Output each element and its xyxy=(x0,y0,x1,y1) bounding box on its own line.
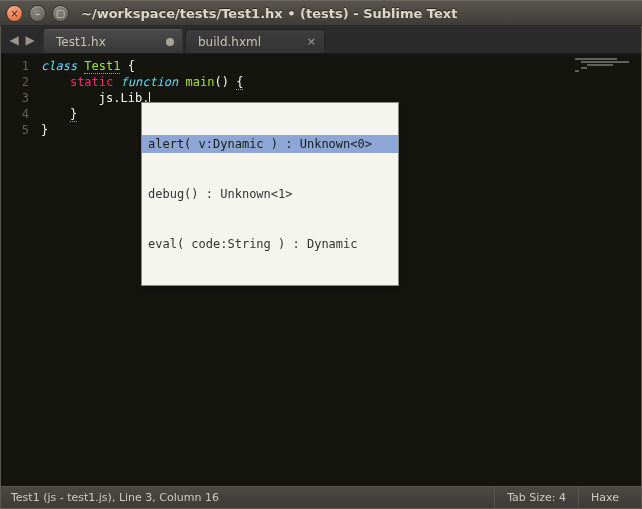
keyword-static: static xyxy=(70,75,113,89)
line-number: 2 xyxy=(1,74,29,90)
autocomplete-item[interactable]: alert( v:Dynamic ) : Unknown<0> xyxy=(142,135,398,153)
tab-build-hxml[interactable]: build.hxml × xyxy=(185,29,325,53)
window-close-button[interactable]: × xyxy=(6,5,23,22)
titlebar: × – ▢ ~/workspace/tests/Test1.hx • (test… xyxy=(0,0,642,26)
vertical-scrollbar[interactable] xyxy=(627,54,641,486)
indent xyxy=(41,91,99,105)
code-line: class Test1 { xyxy=(41,58,641,74)
line-number: 4 xyxy=(1,106,29,122)
line-number-gutter: 1 2 3 4 5 xyxy=(1,54,37,486)
minimap[interactable] xyxy=(575,58,623,78)
indent xyxy=(41,107,70,121)
code-content[interactable]: class Test1 { static function main() { j… xyxy=(37,54,641,486)
tab-label: Test1.hx xyxy=(56,35,106,49)
code-line: static function main() { xyxy=(41,74,641,90)
space xyxy=(178,75,185,89)
parens: () xyxy=(214,75,228,89)
identifier: Lib xyxy=(120,91,142,105)
status-syntax[interactable]: Haxe xyxy=(578,487,631,508)
indent xyxy=(41,75,70,89)
keyword-class: class xyxy=(41,59,77,73)
nav-back-icon[interactable]: ◀ xyxy=(7,33,21,47)
class-name: Test1 xyxy=(84,59,120,74)
tab-label: build.hxml xyxy=(198,35,261,49)
dirty-indicator-icon xyxy=(166,38,174,46)
line-number: 3 xyxy=(1,90,29,106)
line-number: 5 xyxy=(1,122,29,138)
tab-bar: ◀ ▶ Test1.hx build.hxml × xyxy=(1,26,641,54)
brace: { xyxy=(236,75,243,90)
window-title: ~/workspace/tests/Test1.hx • (tests) - S… xyxy=(81,6,457,21)
space xyxy=(113,75,120,89)
keyword-function: function xyxy=(121,75,179,89)
function-name: main xyxy=(186,75,215,89)
editor-area[interactable]: 1 2 3 4 5 class Test1 { static function … xyxy=(1,54,641,486)
window-body: ◀ ▶ Test1.hx build.hxml × 1 2 3 4 5 clas… xyxy=(0,26,642,509)
autocomplete-item[interactable]: eval( code:String ) : Dynamic xyxy=(142,235,398,253)
brace: } xyxy=(41,123,48,137)
tab-test1[interactable]: Test1.hx xyxy=(43,29,183,53)
status-location[interactable]: Test1 (js - test1.js), Line 3, Column 16 xyxy=(11,487,231,508)
identifier: js xyxy=(99,91,113,105)
nav-forward-icon[interactable]: ▶ xyxy=(23,33,37,47)
window-minimize-button[interactable]: – xyxy=(29,5,46,22)
close-icon[interactable]: × xyxy=(307,35,316,48)
status-bar: Test1 (js - test1.js), Line 3, Column 16… xyxy=(1,486,641,508)
status-tab-size[interactable]: Tab Size: 4 xyxy=(494,487,578,508)
brace: } xyxy=(70,107,77,122)
window-maximize-button[interactable]: ▢ xyxy=(52,5,69,22)
autocomplete-popup[interactable]: alert( v:Dynamic ) : Unknown<0> debug() … xyxy=(141,102,399,286)
line-number: 1 xyxy=(1,58,29,74)
tab-history-nav: ◀ ▶ xyxy=(7,26,37,53)
autocomplete-item[interactable]: debug() : Unknown<1> xyxy=(142,185,398,203)
brace: { xyxy=(120,59,134,73)
